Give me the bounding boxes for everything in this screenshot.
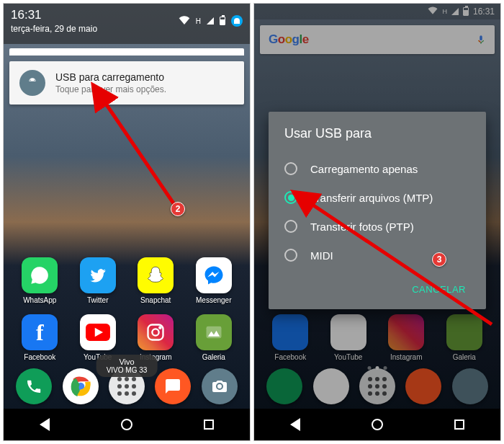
profile-avatar-icon[interactable] xyxy=(231,15,243,27)
messenger-icon xyxy=(196,257,232,293)
notification-title: USB para carregamento xyxy=(55,71,166,83)
nav-home-button[interactable] xyxy=(121,419,132,430)
youtube-icon xyxy=(80,314,116,350)
nav-recents-button[interactable] xyxy=(204,419,214,430)
radio-icon xyxy=(284,249,297,262)
twitter-icon xyxy=(80,257,116,293)
carrier-name: Vivo xyxy=(107,358,148,366)
app-label: Snapchat xyxy=(140,296,171,304)
usb-dialog: Usar USB para Carregamento apenas Transf… xyxy=(269,112,486,309)
dock-camera[interactable] xyxy=(202,368,238,404)
app-twitter[interactable]: Twitter xyxy=(69,257,127,304)
carrier-detail: VIVO MG 33 xyxy=(107,366,148,374)
phone-right: H 16:31 Google WhatsApp Twitter Snapchat… xyxy=(253,3,501,441)
notification-subtitle: Toque para ver mais opções. xyxy=(55,84,166,94)
option-label: Transferir fotos (PTP) xyxy=(310,221,414,233)
app-label: Facebook xyxy=(24,353,55,361)
search-bar-peek xyxy=(9,48,244,56)
navigation-bar xyxy=(254,409,500,440)
network-type: H xyxy=(196,17,201,25)
gallery-icon xyxy=(196,314,232,350)
svg-point-6 xyxy=(160,327,161,328)
clock: 16:31 xyxy=(11,8,173,22)
whatsapp-icon xyxy=(22,257,58,293)
app-galeria[interactable]: Galeria xyxy=(185,314,243,361)
option-ptp[interactable]: Transferir fotos (PTP) xyxy=(284,212,470,241)
app-messenger[interactable]: Messenger xyxy=(185,257,243,304)
radio-icon xyxy=(284,162,297,175)
app-label: WhatsApp xyxy=(23,296,56,304)
phone-left: 16:31 terça-feira, 29 de maio H USB para… xyxy=(3,3,251,441)
nav-home-button[interactable] xyxy=(372,419,383,430)
notification-shade: 16:31 terça-feira, 29 de maio H xyxy=(4,4,250,44)
nav-back-button[interactable] xyxy=(290,418,300,431)
dialog-title: Usar USB para xyxy=(284,126,470,141)
radio-icon xyxy=(284,220,297,233)
dock-messages[interactable] xyxy=(155,368,191,404)
nav-back-button[interactable] xyxy=(40,418,50,431)
battery-icon xyxy=(220,17,225,25)
wifi-icon xyxy=(179,14,190,27)
usb-notification[interactable]: USB para carregamento Toque para ver mai… xyxy=(9,61,244,105)
dock-chrome[interactable] xyxy=(63,368,99,404)
option-label: Carregamento apenas xyxy=(310,163,418,175)
instagram-icon xyxy=(138,314,174,350)
dock-phone[interactable] xyxy=(16,368,52,404)
cancel-button[interactable]: CANCELAR xyxy=(408,278,470,301)
facebook-icon: f xyxy=(22,314,58,350)
radio-icon xyxy=(284,191,297,204)
nav-recents-button[interactable] xyxy=(454,419,464,430)
annotation-badge-2: 2 xyxy=(171,202,185,216)
option-label: Transferir arquivos (MTP) xyxy=(310,192,433,204)
android-icon xyxy=(19,70,45,96)
app-whatsapp[interactable]: WhatsApp xyxy=(11,257,69,304)
app-label: Galeria xyxy=(202,353,225,361)
carrier-toast: Vivo VIVO MG 33 xyxy=(96,355,158,377)
signal-icon xyxy=(207,17,214,25)
app-label: Twitter xyxy=(87,296,108,304)
app-snapchat[interactable]: Snapchat xyxy=(127,257,185,304)
svg-line-1 xyxy=(103,99,176,208)
option-label: MIDI xyxy=(310,249,333,262)
option-mtp[interactable]: Transferir arquivos (MTP) xyxy=(284,183,470,212)
option-charge-only[interactable]: Carregamento apenas xyxy=(284,154,470,183)
notification-text: USB para carregamento Toque para ver mai… xyxy=(55,71,166,94)
snapchat-icon xyxy=(138,257,174,293)
annotation-badge-3: 3 xyxy=(432,252,446,267)
app-facebook[interactable]: fFacebook xyxy=(11,314,69,361)
date-label: terça-feira, 29 de maio xyxy=(11,24,173,34)
app-label: Messenger xyxy=(196,296,231,304)
home-app-grid: WhatsApp Twitter Snapchat Messenger fFac… xyxy=(4,257,250,361)
svg-point-5 xyxy=(153,329,159,335)
app-drawer-icon xyxy=(125,384,129,388)
navigation-bar xyxy=(4,409,250,440)
